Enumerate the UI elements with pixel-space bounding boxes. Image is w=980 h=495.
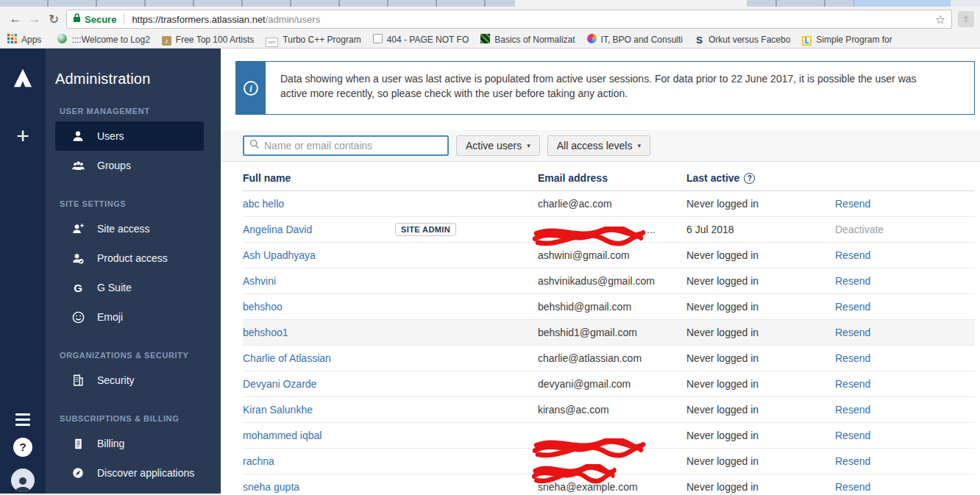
extension-icon[interactable]: ⇧	[958, 11, 974, 27]
user-name-link[interactable]: Angelina David	[243, 224, 312, 235]
table-header: Full name Email address Last active?	[243, 162, 975, 191]
site-admin-badge: SITE ADMIN	[395, 223, 456, 236]
user-icon	[71, 129, 85, 143]
sidebar-item[interactable]: Emoji	[55, 302, 204, 332]
help-icon[interactable]: ?	[13, 438, 32, 457]
forward-icon[interactable]: →	[25, 12, 44, 26]
status-filter-dropdown[interactable]: Active users ▾	[456, 135, 540, 156]
sidebar-item[interactable]: Billing	[55, 429, 204, 458]
sidebar-item[interactable]: G G Suite	[55, 273, 204, 302]
user-name-link[interactable]: Kiran Salunkhe	[243, 404, 313, 416]
last-active-cell: Never logged in	[686, 455, 835, 467]
email-cell: ashwini@gmail.com	[538, 249, 686, 261]
person-add-icon	[71, 222, 85, 235]
row-action-link[interactable]: Deactivate	[835, 224, 884, 235]
last-active-cell: Never logged in	[686, 249, 835, 261]
email-cell: behshid1@gmail.com	[538, 327, 686, 338]
page-title: Administration	[55, 71, 221, 88]
user-name-link[interactable]: abc hello	[243, 198, 284, 210]
email-cell: charlie@atlassian.com	[538, 352, 686, 364]
apps-shortcut[interactable]: Apps	[7, 33, 41, 46]
search-input[interactable]	[264, 140, 442, 152]
user-name-link[interactable]: behshoo1	[243, 327, 288, 338]
user-name-link[interactable]: sneha gupta	[243, 481, 299, 493]
user-name-link[interactable]: Ashvini	[243, 275, 276, 287]
divider	[124, 13, 124, 25]
sidebar-item[interactable]: Users	[55, 121, 204, 151]
url-text: https://trasformers.atlassian.net/admin/…	[132, 14, 320, 25]
bookmark-item[interactable]: ♪ Free Top 100 Artists	[162, 33, 255, 46]
favicon-swirl	[57, 33, 67, 46]
info-banner: i Data showing when a user was last acti…	[235, 61, 975, 115]
apps-grid-icon	[7, 33, 17, 46]
bookmark-item[interactable]: conr Turbo C++ Program	[266, 33, 361, 47]
favicon-l: L	[802, 33, 812, 46]
last-active-cell: Never logged in	[686, 430, 835, 441]
section-heading: SUBSCRIPTIONS & BILLING	[60, 414, 221, 423]
last-active-cell: Never logged in	[686, 352, 835, 364]
bookmark-item[interactable]: S Orkut versus Facebo	[695, 33, 790, 46]
row-action-link[interactable]: Resend	[835, 378, 870, 390]
bookmark-item[interactable]: L Simple Program for	[802, 33, 892, 46]
info-icon: i	[244, 81, 258, 96]
tab-strip[interactable]	[0, 0, 980, 7]
user-name-link[interactable]: rachna	[243, 455, 274, 467]
last-active-cell: Never logged in	[686, 301, 835, 313]
bookmark-star-icon[interactable]: ☆	[935, 13, 945, 26]
access-filter-dropdown[interactable]: All access levels ▾	[547, 135, 650, 156]
bookmark-item[interactable]: ::::Welcome to Log2	[57, 33, 150, 46]
user-name-link[interactable]: Ash Upadhyaya	[243, 249, 316, 261]
search-icon	[249, 139, 260, 152]
sidebar-item[interactable]: Site access	[55, 214, 204, 243]
bookmark-item[interactable]: IT, BPO and Consulti	[587, 33, 683, 46]
row-action-link[interactable]: Resend	[835, 249, 870, 261]
sidebar-item[interactable]: Security	[55, 366, 204, 395]
search-box[interactable]	[243, 135, 449, 156]
section-heading: USER MANAGEMENT	[60, 107, 221, 115]
user-name-link[interactable]: behshoo	[243, 301, 283, 313]
back-icon[interactable]: ←	[6, 12, 25, 26]
app-rail: + ?	[0, 49, 46, 494]
atlassian-logo-icon	[12, 68, 34, 91]
user-name-link[interactable]: Charlie of Atlassian	[243, 352, 331, 364]
sidebar-item[interactable]: Groups	[55, 151, 204, 180]
menu-icon[interactable]	[15, 413, 30, 426]
row-action-link[interactable]: Resend	[835, 275, 870, 287]
row-action-link[interactable]: Resend	[835, 404, 870, 416]
row-action-link[interactable]: Resend	[835, 327, 870, 338]
create-plus-button[interactable]: +	[16, 125, 29, 147]
last-active-cell: 6 Jul 2018	[686, 224, 835, 235]
user-name-link[interactable]: Devyani Ozarde	[243, 378, 316, 390]
sidebar-item[interactable]: Discover applications	[55, 458, 204, 488]
user-name-link[interactable]: mohammed iqbal	[243, 430, 322, 441]
highlighted-tab[interactable]	[853, 0, 951, 7]
email-cell: devyani@gmail.com	[538, 378, 686, 390]
active-tab[interactable]	[515, 0, 747, 7]
secure-label: Secure	[85, 14, 116, 25]
sidebar-section: USER MANAGEMENT Users Groups	[55, 107, 221, 180]
row-action-link[interactable]: Resend	[835, 352, 870, 364]
row-action-link[interactable]: Resend	[835, 455, 870, 467]
favicon-pixels	[480, 33, 490, 46]
favicon-page	[373, 33, 383, 46]
table-row: mohammed iqbal Never logged in	[243, 423, 975, 449]
bookmark-item[interactable]: 404 - PAGE NOT FO	[373, 33, 469, 46]
bookmark-item[interactable]: Basics of Normalizat	[480, 33, 575, 46]
table-row: Ash Upadhyaya ashwini@gmail.com Never lo…	[243, 243, 975, 268]
table-row: Charlie of Atlassian charlie@atlassian.c…	[243, 346, 975, 371]
row-action-link[interactable]: Resend	[835, 430, 870, 441]
browser-chrome: ← → ↻ Secure https://trasformers.atlassi…	[0, 0, 980, 49]
address-bar[interactable]: Secure https://trasformers.atlassian.net…	[66, 10, 952, 29]
row-action-link[interactable]: Resend	[835, 481, 870, 493]
favicon-s: S	[695, 33, 704, 46]
row-action-link[interactable]: Resend	[835, 198, 870, 210]
emoji-icon	[71, 310, 85, 324]
favicon-pinwheel	[587, 33, 597, 46]
row-action-link[interactable]: Resend	[835, 301, 870, 313]
refresh-icon[interactable]: ↻	[44, 12, 63, 27]
sidebar-item[interactable]: Product access	[55, 243, 204, 273]
help-circle-icon[interactable]: ?	[744, 173, 755, 184]
avatar[interactable]	[11, 469, 35, 492]
tab-strip-end	[951, 0, 980, 7]
building-icon	[71, 374, 85, 387]
